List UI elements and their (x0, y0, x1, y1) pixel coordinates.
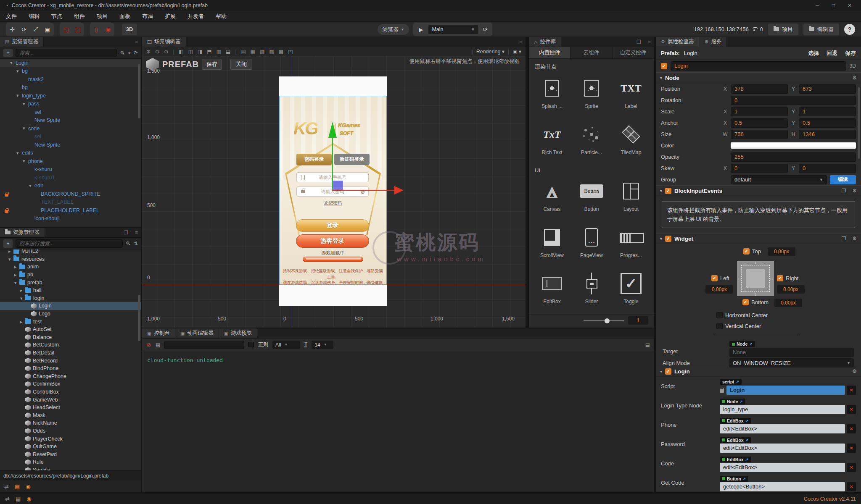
asset-row[interactable]: Balance (0, 333, 141, 341)
gear-icon[interactable]: ⚙ (852, 236, 857, 242)
scene-canvas[interactable]: PREFAB 保存 关闭 使用鼠标右键平移视窗焦点，使用滚轮缩放视图 1,500… (142, 56, 526, 328)
asset-row[interactable]: test (0, 318, 141, 326)
expand-arrow-icon[interactable] (20, 319, 25, 325)
menu-item[interactable]: 布局 (142, 13, 153, 20)
asset-row[interactable]: BindPhone (0, 365, 141, 373)
asset-row[interactable]: resources (0, 255, 141, 263)
node-section-header[interactable]: ▾ Node ⚙ (656, 72, 861, 83)
library-control-tile[interactable]: ScrollView (532, 222, 572, 266)
slider-handle[interactable] (605, 318, 610, 323)
position-y-field[interactable]: 673 (799, 84, 856, 94)
menu-item[interactable]: 项目 (97, 13, 108, 20)
console-tab[interactable]: ▣ 游戏预览 (219, 328, 257, 338)
inspector-scrollbar[interactable] (858, 87, 860, 159)
prefab-action-button[interactable]: 回退 (827, 50, 837, 57)
asset-row[interactable]: prefab (0, 278, 141, 286)
zoom-reset-icon[interactable]: ⊙ (164, 49, 168, 55)
gear-icon[interactable]: ⚙ (852, 368, 857, 374)
size-w-field[interactable]: 756 (731, 130, 788, 139)
align-hcenter-icon[interactable]: ◫ (188, 49, 193, 55)
db-icon[interactable]: ▤ (16, 496, 21, 502)
help-doc-icon[interactable]: ❐ (841, 236, 846, 242)
skew-x-field[interactable]: 0 (731, 164, 788, 173)
menu-item[interactable]: 编辑 (29, 13, 40, 20)
expand-arrow-icon[interactable] (23, 158, 28, 164)
tab-assets[interactable]: 资源管理器 (0, 228, 45, 237)
assets-search-input[interactable] (16, 239, 123, 248)
remove-reference-button[interactable]: × (847, 444, 856, 453)
widget-right-value[interactable]: 0.00px (777, 285, 805, 294)
library-control-tile[interactable]: Sprite (572, 73, 611, 117)
password-login-tab[interactable]: 密码登录 (296, 154, 332, 165)
menu-item[interactable]: 开发者 (188, 13, 204, 20)
font-size-select[interactable]: 14▼ (312, 341, 333, 349)
anchor-x-field[interactable]: 0.5 (731, 118, 788, 128)
asset-row[interactable]: Mask (0, 411, 141, 419)
asset-row[interactable]: Odds (0, 427, 141, 435)
open-project-button[interactable]: 项目 (768, 24, 798, 35)
login-button[interactable]: 登录 (296, 219, 369, 232)
hierarchy-node-row[interactable]: New Sprite (0, 116, 141, 125)
library-tab[interactable]: 内置控件 (529, 47, 570, 58)
property-value-field[interactable]: edit<EditBox> (720, 463, 845, 472)
stretch-v-icon[interactable]: ◰ (288, 49, 293, 55)
node-active-checkbox[interactable] (661, 63, 667, 69)
panel-menu-icon[interactable]: ≡ (644, 37, 654, 47)
library-control-tile[interactable]: Toggle (611, 268, 651, 312)
expand-arrow-icon[interactable] (14, 280, 19, 286)
skew-y-field[interactable]: 0 (799, 164, 856, 173)
property-value-field[interactable]: edit<EditBox> (720, 424, 845, 433)
inspector-tab[interactable]: ⚙ 服务 (699, 37, 727, 47)
refresh-preview-icon[interactable]: ⟳ (480, 26, 491, 33)
preview-target-dropdown[interactable]: 浏览器▼ (378, 24, 409, 35)
close-icon[interactable]: ✕ (848, 3, 852, 8)
clear-console-icon[interactable]: ⊘ (146, 341, 151, 348)
property-value-field[interactable]: getcode<Button> (720, 482, 845, 491)
library-control-tile[interactable]: Rich Text (532, 119, 572, 163)
align-left-icon[interactable]: ◧ (179, 49, 183, 55)
component-enabled-checkbox[interactable] (665, 368, 671, 375)
widget-right-checkbox[interactable] (777, 275, 783, 281)
vertical-center-checkbox[interactable] (716, 323, 723, 329)
gear-icon[interactable]: ⚙ (852, 188, 857, 194)
popup-panel-icon[interactable]: ❐ (120, 228, 132, 237)
remove-reference-button[interactable]: × (847, 482, 856, 491)
gizmo-x-arrowhead[interactable] (394, 186, 404, 194)
create-node-button[interactable]: + (3, 49, 13, 57)
component-enabled-checkbox[interactable] (665, 236, 671, 242)
mode-3d-button[interactable]: 3D (122, 24, 137, 35)
asset-row[interactable]: Rule (0, 458, 141, 466)
prefab-action-button[interactable]: 保存 (845, 50, 856, 57)
preview-eye-icon[interactable]: ◉ (26, 483, 30, 490)
stretch-h-icon[interactable]: ▩ (279, 49, 283, 55)
panel-menu-icon[interactable]: ≡ (132, 228, 141, 237)
asset-row[interactable]: GameWeb (0, 396, 141, 404)
menu-item[interactable]: 帮助 (216, 13, 227, 20)
distribute-v-icon[interactable]: ▦ (251, 49, 255, 55)
refresh-icon[interactable]: ⟳ (134, 50, 138, 56)
regex-checkbox[interactable] (248, 342, 254, 347)
zoom-in-icon[interactable]: ⊕ (146, 49, 151, 55)
library-control-tile[interactable]: Label (611, 73, 651, 117)
minimize-icon[interactable]: ─ (816, 3, 819, 8)
asset-row[interactable]: pb (0, 271, 141, 279)
asset-row[interactable]: ChangePhone (0, 373, 141, 381)
move-tool-icon[interactable]: ✛ (7, 24, 18, 35)
expand-arrow-icon[interactable] (14, 272, 19, 278)
tab-hierarchy[interactable]: ▤ 层级管理器 (0, 37, 44, 47)
remove-reference-button[interactable]: × (847, 405, 856, 414)
widget-bottom-checkbox[interactable] (742, 299, 749, 305)
library-control-tile[interactable]: TiledMap (611, 119, 651, 163)
library-control-tile[interactable]: Splash ... (532, 73, 572, 117)
sort-icon[interactable]: ⇅ (134, 241, 138, 247)
asset-row[interactable]: MJHL2 (0, 249, 141, 255)
help-button[interactable]: ? (844, 24, 855, 35)
align-vcenter-icon[interactable]: ▥ (217, 49, 221, 55)
hierarchy-node-row[interactable]: phone (0, 157, 141, 165)
hierarchy-node-row[interactable]: code (0, 124, 141, 133)
prefab-login-screen[interactable]: KG KGames SOFT 密码登录 验证码登录 请输入手机号 请输入密码 ⊘… (279, 76, 387, 306)
library-control-tile[interactable]: Canvas (532, 176, 572, 220)
group-select[interactable]: default▼ (731, 175, 827, 184)
hierarchy-node-row[interactable]: TEXT_LABEL (0, 198, 141, 207)
prefab-action-button[interactable]: 选择 (808, 50, 819, 57)
